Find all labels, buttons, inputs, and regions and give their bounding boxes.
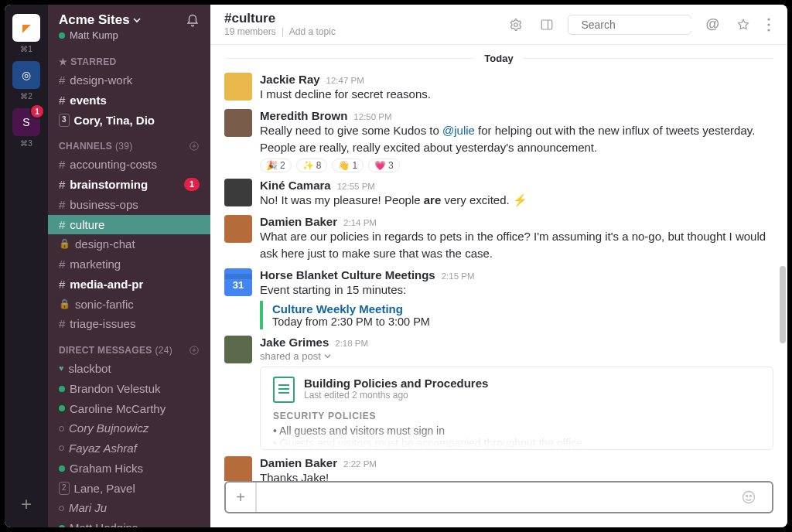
sidebar-item[interactable]: 3Cory, Tina, Dio [48,111,210,131]
add-item-icon[interactable] [189,141,200,152]
message-author[interactable]: Damien Baker [260,456,337,469]
event-card[interactable]: Culture Weekly MeetingToday from 2:30 PM… [260,301,773,329]
avatar[interactable] [224,109,252,137]
message-author[interactable]: Horse Blanket Culture Meetings [260,268,435,281]
sidebar-item[interactable]: #brainstorming1 [48,175,210,195]
composer-input[interactable] [257,491,741,504]
user-name: Matt Kump [70,29,118,41]
channel-header: #culture 19 members | Add a topic [210,5,787,45]
sidebar-section-header: ★STARRED [48,46,210,70]
message-list[interactable]: TodayJackie Ray12:47 PMI must decline fo… [210,45,787,481]
document-meta: Last edited 2 months ago [304,390,488,401]
scrollbar[interactable] [780,266,786,343]
sidebar-item[interactable]: Fayaz Ashraf [48,438,210,459]
sidebar-item[interactable]: Matt Hodgins [48,518,210,527]
avatar[interactable] [224,179,252,206]
avatar[interactable] [224,215,252,243]
sidebar-item-label: Matt Hodgins [70,520,138,527]
sidebar-item[interactable]: Graham Hicks [48,459,210,479]
message[interactable]: 31Horse Blanket Culture Meetings2:15 PME… [224,265,773,333]
sidebar-item[interactable]: #events [48,90,210,111]
workspace-item[interactable]: ◎ [12,61,40,89]
document-icon [273,377,295,403]
search-input[interactable] [581,19,716,31]
sidebar-item[interactable]: 2Lane, Pavel [48,479,210,499]
message-author[interactable]: Jackie Ray [260,73,320,86]
workspace-item[interactable]: ◤ [12,14,40,42]
sidebar-item-label: triage-issues [70,315,135,332]
search-box[interactable] [568,15,691,35]
reaction[interactable]: 🎉2 [260,159,292,172]
sidebar-item[interactable]: Mari Ju [48,498,210,518]
channel-topic[interactable]: Add a topic [289,26,336,37]
lock-icon: 🔒 [59,237,70,251]
sidebar-item[interactable]: #design-work [48,70,210,90]
document-title: Building Policies and Procedures [304,377,488,390]
sidebar-item[interactable]: #accounting-costs [48,155,210,175]
avatar[interactable] [224,336,252,363]
workspace-rail: ◤⌘1◎⌘2S1⌘3+ [5,5,48,527]
current-user[interactable]: Matt Kump [59,29,200,41]
notifications-icon[interactable] [186,14,200,28]
message[interactable]: Kiné Camara12:55 PMNo! It was my pleasur… [224,176,773,212]
sidebar-item[interactable]: #media-and-pr [48,275,210,295]
channel-title[interactable]: #culture [224,12,336,26]
reaction[interactable]: 👋1 [332,159,364,172]
sidebar: Acme Sites Matt Kump ★STARRED#design-wor… [48,5,210,527]
message-author[interactable]: Damien Baker [260,215,337,228]
sidebar-item[interactable]: #marketing [48,254,210,275]
message-text: I must decline for secret reasons. [260,86,773,103]
add-workspace-button[interactable]: + [21,493,32,515]
workspace-item[interactable]: S1 [12,108,40,136]
emoji-picker-icon[interactable] [741,489,772,505]
message-author[interactable]: Jake Grimes [260,336,329,349]
calendar-icon: 31 [224,268,252,296]
hash-icon: # [59,276,65,293]
sidebar-item-label: Cory, Tina, Dio [74,112,155,129]
channel-members[interactable]: 19 members [224,26,276,37]
reaction[interactable]: 💗3 [368,159,400,172]
sidebar-item[interactable]: 🔒sonic-fanfic [48,295,210,315]
message-author[interactable]: Kiné Camara [260,179,331,192]
document-card[interactable]: Building Policies and ProceduresLast edi… [260,367,773,450]
sidebar-item[interactable]: #business-ops [48,195,210,215]
add-item-icon[interactable] [189,345,200,356]
message[interactable]: Damien Baker2:14 PMWhat are our policies… [224,212,773,265]
event-title[interactable]: Culture Weekly Meeting [272,302,773,315]
presence-dot [59,445,64,451]
sidebar-item[interactable]: #triage-issues [48,314,210,334]
sidebar-item[interactable]: Cory Bujnowicz [48,418,210,438]
sidebar-item[interactable]: Brandon Velestuk [48,379,210,399]
hash-icon: # [59,72,65,89]
star-icon[interactable] [733,15,753,35]
reaction[interactable]: ✨8 [296,159,328,172]
attach-button[interactable]: + [226,483,257,512]
team-switcher[interactable]: Acme Sites [59,12,200,28]
hash-icon: # [59,256,65,273]
message[interactable]: Jake Grimes2:18 PMshared a post Building… [224,332,773,453]
section-title: STARRED [70,56,116,67]
svg-point-6 [514,22,518,26]
message[interactable]: Meredith Brown12:50 PMReally need to giv… [224,106,773,176]
message[interactable]: Jackie Ray12:47 PMI must decline for sec… [224,70,773,106]
mentions-icon[interactable]: @ [702,13,722,36]
sidebar-item[interactable]: Caroline McCarthy [48,399,210,419]
message-composer[interactable]: + [224,481,773,513]
message-text: What are our policies in regards to pets… [260,228,773,262]
sidebar-item-label: culture [70,217,104,234]
workspace-shortcut-label: ⌘1 [20,45,33,53]
settings-icon[interactable] [506,15,526,35]
shared-label[interactable]: shared a post [260,350,773,362]
presence-dot [59,405,65,411]
message-time: 2:18 PM [335,339,368,348]
section-count: (24) [155,345,173,356]
avatar[interactable] [224,456,252,481]
sidebar-item[interactable]: ♥slackbot [48,359,210,379]
message-author[interactable]: Meredith Brown [260,109,347,122]
message[interactable]: Damien Baker2:22 PMThanks Jake! [224,453,773,481]
more-icon[interactable] [764,15,773,35]
details-pane-icon[interactable] [537,15,557,35]
sidebar-item[interactable]: 🔒design-chat [48,234,210,254]
sidebar-item[interactable]: #culture [48,215,210,235]
avatar[interactable] [224,73,252,101]
